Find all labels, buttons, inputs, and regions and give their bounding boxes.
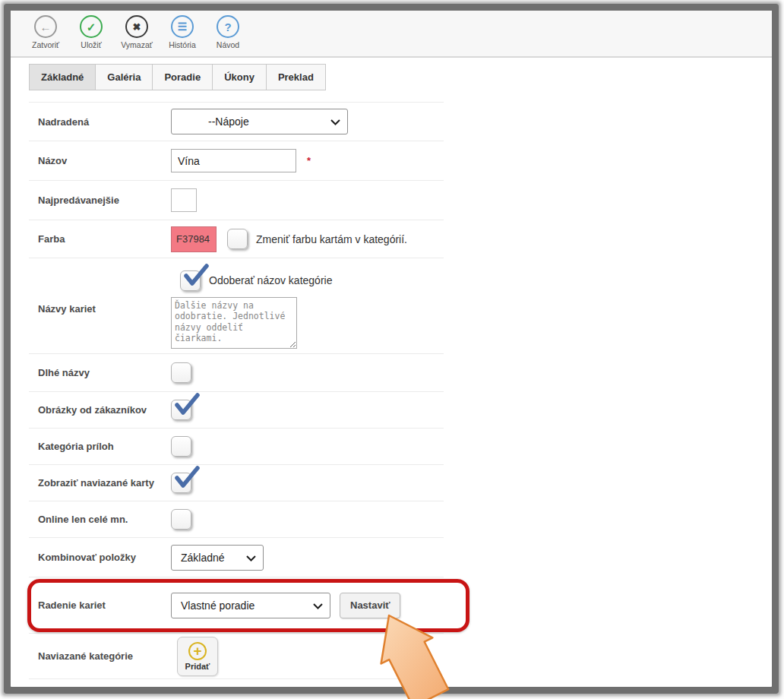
tab-preklad[interactable]: Preklad xyxy=(266,64,326,90)
field-label: Zobraziť naviazané karty xyxy=(29,477,171,489)
row-farba: Farba F37984 Zmeniť farbu kartám v kateg… xyxy=(29,220,444,258)
chevron-down-icon xyxy=(330,119,340,125)
row-nazvy-kariet: Odoberať názov kategórie Názvy kariet xyxy=(29,258,444,354)
tab-bar: Základné Galéria Poradie Úkony Preklad xyxy=(29,64,772,90)
long-names-checkbox[interactable] xyxy=(171,362,191,383)
category-form: Nadradená --Nápoje Názov * Najpredávanej… xyxy=(11,102,772,679)
row-nadradena: Nadradená --Nápoje xyxy=(29,102,444,141)
close-button[interactable]: ← Zatvoriť xyxy=(23,15,68,49)
change-color-checkbox-label: Zmeniť farbu kartám v kategórií. xyxy=(256,233,407,245)
field-label: Dlhé názvy xyxy=(29,367,171,378)
check-circle-icon: ✓ xyxy=(80,15,103,38)
select-value: --Nápoje xyxy=(208,115,249,128)
row-obrazky-zakaznikov: Obrázky od zákazníkov xyxy=(29,392,444,429)
help-button-label: Návod xyxy=(217,40,239,49)
field-label: Najpredávanejšie xyxy=(29,195,171,206)
row-kategoria-priloh: Kategória príloh xyxy=(29,429,444,465)
field-label: Názov xyxy=(29,155,171,166)
row-kombinovat: Kombinovať položky Základné xyxy=(29,538,444,577)
page: ← Zatvoriť ✓ Uložiť ✖ Vymazať ☰ H xyxy=(11,11,772,687)
add-linked-category-button[interactable]: + Pridať xyxy=(177,637,218,676)
chevron-down-icon xyxy=(313,603,323,609)
field-label: Názvy kariet xyxy=(29,297,171,349)
checkmark-icon xyxy=(182,263,209,289)
remove-name-line: Odoberať názov kategórie xyxy=(180,265,444,296)
help-button[interactable]: ? Návod xyxy=(205,15,251,49)
checkmark-icon xyxy=(172,465,200,491)
delete-button-label: Vymazať xyxy=(121,40,152,49)
field-label: Online len celé mn. xyxy=(29,514,171,525)
color-hex-value: F37984 xyxy=(176,233,210,245)
row-najpredavanejsie: Najpredávanejšie xyxy=(29,181,444,220)
app-window: ← Zatvoriť ✓ Uložiť ✖ Vymazať ☰ H xyxy=(11,11,772,687)
tab-ukony[interactable]: Úkony xyxy=(212,64,267,90)
field-label: Obrázky od zákazníkov xyxy=(29,404,171,416)
select-value: Vlastné poradie xyxy=(181,599,254,612)
attachments-category-checkbox[interactable] xyxy=(171,436,191,457)
plus-circle-icon: + xyxy=(188,642,207,660)
history-button[interactable]: ☰ História xyxy=(160,15,205,49)
field-label: Farba xyxy=(29,233,171,245)
remove-category-name-checkbox[interactable] xyxy=(180,270,201,291)
remove-category-name-label: Odoberať názov kategórie xyxy=(209,274,332,286)
row-online-cele-mn: Online len celé mn. xyxy=(29,501,444,538)
x-circle-icon: ✖ xyxy=(125,15,148,38)
field-label: Kombinovať položky xyxy=(29,552,171,563)
field-label: Radenie kariet xyxy=(29,599,171,611)
history-button-label: História xyxy=(169,40,196,49)
parent-category-select[interactable]: --Nápoje xyxy=(171,109,348,134)
delete-button[interactable]: ✖ Vymazať xyxy=(114,15,160,49)
set-sorting-button[interactable]: Nastaviť xyxy=(340,593,400,618)
name-input[interactable] xyxy=(171,149,296,172)
back-arrow-icon: ← xyxy=(34,15,57,38)
tab-galeria[interactable]: Galéria xyxy=(95,64,153,90)
show-linked-cards-checkbox[interactable] xyxy=(171,473,191,493)
color-value-input[interactable]: F37984 xyxy=(171,226,217,252)
card-names-textarea[interactable] xyxy=(171,297,297,349)
field-label: Naviazané kategórie xyxy=(29,650,171,662)
tab-poradie[interactable]: Poradie xyxy=(152,64,213,90)
question-icon: ? xyxy=(217,15,239,38)
screenshot-canvas: ← Zatvoriť ✓ Uložiť ✖ Vymazať ☰ H xyxy=(0,0,784,699)
row-radenie-kariet: Radenie kariet Vlastné poradie Nastaviť xyxy=(29,577,444,634)
close-button-label: Zatvoriť xyxy=(32,40,59,49)
combine-items-select[interactable]: Základné xyxy=(171,545,264,571)
customer-images-checkbox[interactable] xyxy=(171,400,191,420)
row-nazov: Názov * xyxy=(29,141,444,181)
add-button-label: Pridať xyxy=(185,662,210,671)
online-whole-qty-checkbox[interactable] xyxy=(171,509,191,530)
row-naviazane-kategorie: Naviazané kategórie + Pridať xyxy=(29,634,444,679)
toolbar: ← Zatvoriť ✓ Uložiť ✖ Vymazať ☰ H xyxy=(11,11,772,58)
field-label: Nadradená xyxy=(29,116,171,128)
save-button[interactable]: ✓ Uložiť xyxy=(68,15,114,49)
change-color-checkbox[interactable] xyxy=(227,229,248,249)
row-dlhe-nazvy: Dlhé názvy xyxy=(29,354,444,392)
card-names-line: Názvy kariet xyxy=(29,297,444,349)
required-asterisk: * xyxy=(307,155,311,166)
select-value: Základné xyxy=(181,552,225,564)
menu-lines-icon: ☰ xyxy=(171,15,194,38)
row-zobrazit-naviazane: Zobraziť naviazané karty xyxy=(29,465,444,501)
chevron-down-icon xyxy=(246,555,256,561)
tab-zakladne[interactable]: Základné xyxy=(29,64,96,90)
bestseller-box[interactable] xyxy=(171,188,197,212)
card-sorting-select[interactable]: Vlastné poradie xyxy=(171,593,330,618)
field-label: Kategória príloh xyxy=(29,441,171,452)
checkmark-icon xyxy=(172,392,200,418)
save-button-label: Uložiť xyxy=(81,40,101,49)
